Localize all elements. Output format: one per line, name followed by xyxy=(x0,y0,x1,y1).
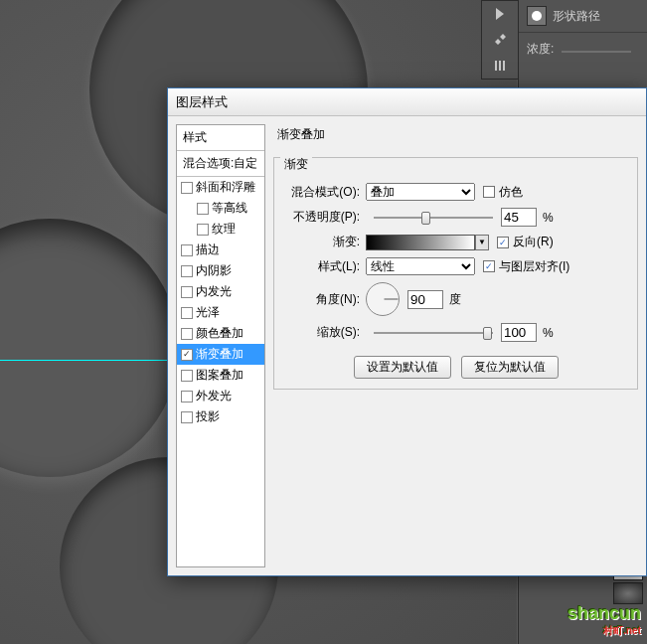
adjust-icon[interactable] xyxy=(482,53,518,79)
checkbox-icon[interactable] xyxy=(181,182,193,194)
checkbox-icon[interactable] xyxy=(197,203,209,215)
canvas-shape xyxy=(0,219,179,477)
scale-slider[interactable] xyxy=(374,332,493,334)
style-item[interactable]: 图案叠加 xyxy=(177,365,264,386)
style-item[interactable]: 渐变叠加 xyxy=(177,344,264,365)
styles-header[interactable]: 样式 xyxy=(177,125,264,151)
svg-rect-1 xyxy=(499,61,501,71)
checkbox-icon[interactable] xyxy=(181,349,193,361)
style-item[interactable]: 外发光 xyxy=(177,386,264,406)
style-item-label: 内发光 xyxy=(196,284,232,299)
style-item-label: 斜面和浮雕 xyxy=(196,180,255,195)
style-select[interactable]: 线性 xyxy=(366,257,475,275)
gradient-label: 渐变: xyxy=(284,234,366,250)
angle-dial[interactable] xyxy=(366,282,400,316)
checkbox-icon[interactable] xyxy=(181,307,193,319)
align-label: 与图层对齐(I) xyxy=(499,258,569,275)
checkbox-icon[interactable] xyxy=(181,391,193,402)
checkbox-icon[interactable] xyxy=(181,265,193,277)
reset-default-button[interactable]: 复位为默认值 xyxy=(461,356,559,379)
panel-toolbar xyxy=(481,0,519,80)
style-item-label: 图案叠加 xyxy=(196,368,243,383)
dither-label: 仿色 xyxy=(499,184,523,201)
svg-rect-2 xyxy=(503,61,505,71)
opacity-input[interactable] xyxy=(501,208,537,227)
group-title: 渐变 xyxy=(280,156,312,173)
style-item-label: 投影 xyxy=(196,409,220,424)
watermark: shancun 村町.net xyxy=(567,603,641,638)
style-item-label: 光泽 xyxy=(196,305,220,320)
shape-swatch xyxy=(527,6,547,26)
brush-icon[interactable] xyxy=(482,27,518,53)
checkbox-icon xyxy=(483,186,495,198)
checkbox-icon[interactable] xyxy=(181,411,193,423)
style-item[interactable]: 描边 xyxy=(177,240,264,260)
style-item-label: 纹理 xyxy=(212,222,236,237)
checkbox-icon[interactable] xyxy=(197,224,209,236)
gradient-dropdown[interactable]: ▼ xyxy=(475,235,489,250)
checkbox-icon[interactable] xyxy=(181,328,193,340)
opacity-label: 不透明度(P): xyxy=(284,209,366,226)
dialog-titlebar[interactable]: 图层样式 xyxy=(168,88,646,116)
depth-row: 浓度: xyxy=(519,33,647,66)
style-item[interactable]: 颜色叠加 xyxy=(177,323,264,344)
set-default-button[interactable]: 设置为默认值 xyxy=(354,356,451,379)
style-item[interactable]: 纹理 xyxy=(177,219,264,240)
style-label: 样式(L): xyxy=(284,258,366,275)
style-item[interactable]: 投影 xyxy=(177,406,264,427)
gradient-preview[interactable] xyxy=(366,235,475,250)
style-item-label: 外发光 xyxy=(196,389,232,403)
angle-unit: 度 xyxy=(449,291,461,308)
style-item-label: 描边 xyxy=(196,242,220,257)
checkbox-icon[interactable] xyxy=(181,286,193,298)
reverse-checkbox[interactable]: 反向(R) xyxy=(497,234,554,250)
checkbox-icon xyxy=(497,237,509,248)
scale-label: 缩放(S): xyxy=(284,324,366,341)
style-item[interactable]: 内发光 xyxy=(177,281,264,302)
section-title: 渐变叠加 xyxy=(277,126,638,143)
shape-path-row[interactable]: 形状路径 xyxy=(519,0,647,33)
checkbox-icon[interactable] xyxy=(181,370,193,382)
play-icon[interactable] xyxy=(482,1,518,27)
svg-rect-0 xyxy=(495,61,497,71)
style-item-label: 等高线 xyxy=(212,201,247,216)
percent-label: % xyxy=(543,326,554,340)
style-item[interactable]: 斜面和浮雕 xyxy=(177,177,264,198)
percent-label: % xyxy=(543,211,554,225)
thumb[interactable] xyxy=(613,582,643,604)
checkbox-icon[interactable] xyxy=(181,244,193,256)
styles-list: 样式 混合选项:自定 斜面和浮雕等高线纹理描边内阴影内发光光泽颜色叠加渐变叠加图… xyxy=(176,124,265,567)
depth-slider[interactable] xyxy=(562,51,631,53)
angle-input[interactable] xyxy=(407,290,443,309)
angle-label: 角度(N): xyxy=(284,291,366,308)
depth-label: 浓度: xyxy=(527,42,554,56)
style-item[interactable]: 内阴影 xyxy=(177,260,264,281)
gradient-group: 渐变 混合模式(O): 叠加 仿色 不透明度(P): % 渐变: xyxy=(273,157,638,390)
style-item-label: 颜色叠加 xyxy=(196,326,243,341)
style-item-label: 渐变叠加 xyxy=(196,347,243,362)
reverse-label: 反向(R) xyxy=(513,234,554,250)
scale-input[interactable] xyxy=(501,323,537,342)
layer-style-dialog: 图层样式 样式 混合选项:自定 斜面和浮雕等高线纹理描边内阴影内发光光泽颜色叠加… xyxy=(167,87,647,576)
style-item[interactable]: 光泽 xyxy=(177,302,264,323)
dialog-title: 图层样式 xyxy=(176,93,228,111)
style-item-label: 内阴影 xyxy=(196,263,232,278)
dither-checkbox[interactable]: 仿色 xyxy=(483,184,523,201)
blend-mode-label: 混合模式(O): xyxy=(284,184,366,201)
blend-mode-select[interactable]: 叠加 xyxy=(366,183,475,201)
shape-path-label: 形状路径 xyxy=(553,8,600,25)
align-checkbox[interactable]: 与图层对齐(I) xyxy=(483,258,569,275)
checkbox-icon xyxy=(483,260,495,272)
style-item[interactable]: 等高线 xyxy=(177,198,264,219)
settings-panel: 渐变叠加 渐变 混合模式(O): 叠加 仿色 不透明度(P): % xyxy=(273,124,638,567)
blend-options-header[interactable]: 混合选项:自定 xyxy=(177,151,264,177)
opacity-slider[interactable] xyxy=(374,217,493,219)
